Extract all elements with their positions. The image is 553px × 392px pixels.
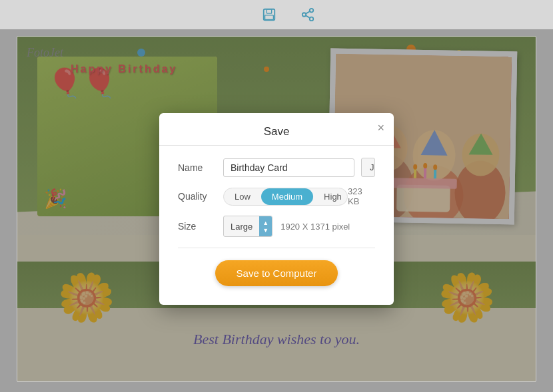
save-dialog: Save × Name JPG PNG ▲▼ — [159, 113, 394, 305]
svg-point-4 — [302, 13, 306, 17]
quality-medium-button[interactable]: Medium — [261, 188, 313, 205]
share-button[interactable] — [298, 5, 318, 25]
svg-point-5 — [310, 17, 314, 21]
save-icon — [262, 7, 276, 22]
dialog-close-button[interactable]: × — [377, 122, 384, 134]
svg-rect-2 — [265, 15, 274, 19]
size-row: Size Large ▲ ▼ 1920 X 1371 pixel — [178, 216, 375, 237]
quality-low-button[interactable]: Low — [224, 188, 261, 205]
svg-line-7 — [306, 11, 310, 14]
size-label: Size — [178, 221, 223, 232]
dialog-title: Save — [264, 125, 290, 138]
quality-label: Quality — [178, 191, 223, 202]
svg-point-3 — [310, 9, 314, 13]
format-selector[interactable]: JPG PNG ▲▼ — [361, 158, 375, 177]
svg-rect-1 — [267, 9, 271, 13]
name-row: Name JPG PNG ▲▼ — [178, 158, 375, 177]
file-size-label: 323 KB — [348, 186, 375, 206]
size-arrows-icon[interactable]: ▲ ▼ — [259, 216, 272, 236]
filename-input[interactable] — [223, 158, 354, 177]
size-selector[interactable]: Large ▲ ▼ — [223, 216, 273, 237]
save-button-wrapper: Save to Computer — [178, 260, 375, 286]
format-select[interactable]: JPG PNG — [362, 158, 375, 176]
dialog-header: Save × — [159, 113, 394, 146]
share-icon — [300, 7, 315, 22]
save-to-computer-button[interactable]: Save to Computer — [215, 260, 338, 286]
save-icon-button[interactable] — [259, 5, 279, 25]
name-label: Name — [178, 162, 223, 173]
back-button[interactable] — [235, 12, 241, 17]
dialog-body: Name JPG PNG ▲▼ Quality Low — [159, 146, 394, 286]
quality-group: Low Medium High — [223, 188, 348, 206]
quality-row: Quality Low Medium High 323 KB — [178, 186, 375, 206]
svg-line-6 — [306, 15, 310, 18]
dialog-divider — [178, 248, 375, 248]
toolbar — [0, 0, 553, 29]
quality-high-button[interactable]: High — [313, 188, 348, 205]
canvas-area: FotoJet 🎈🎈 Happy Birthday 🎉 — [17, 36, 536, 382]
pixel-info-label: 1920 X 1371 pixel — [280, 222, 350, 232]
modal-overlay: Save × Name JPG PNG ▲▼ — [17, 37, 536, 381]
size-value-label: Large — [224, 218, 259, 235]
